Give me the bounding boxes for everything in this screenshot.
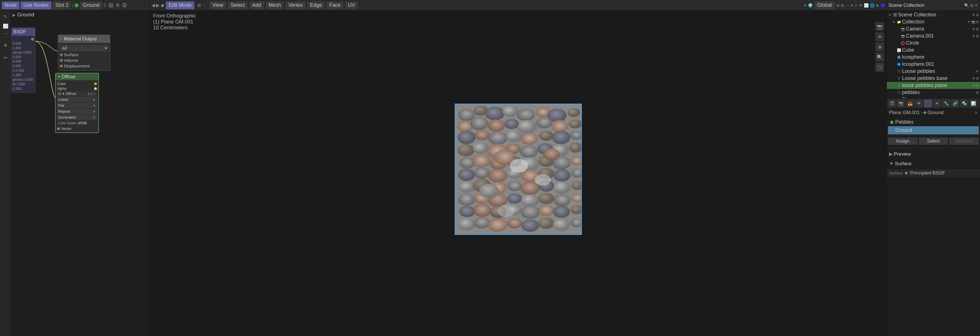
tree-item-icosphere[interactable]: 🔷 Icosphere [887, 54, 980, 61]
coll-eye[interactable]: 👁 [967, 20, 970, 24]
tree-item-loose-pebbles-plane[interactable]: ▽ loose pebbles plane 👁 ⊞ [887, 82, 980, 89]
uv-btn[interactable]: UV [345, 2, 358, 10]
add-btn[interactable]: Add [249, 2, 264, 10]
coll-filt[interactable]: ⊞ [976, 20, 979, 24]
tree-item-circle[interactable]: ⭕ Circle [887, 40, 980, 47]
mesh-btn[interactable]: Mesh [266, 2, 284, 10]
vs-cursor-icon[interactable]: ✛ [875, 32, 884, 41]
pebb-filt[interactable]: ⊞ [976, 90, 979, 95]
bsdf-node[interactable]: BSDF 0.000 1.400 ntropy 0.000 0.500 0.50… [11, 28, 35, 93]
toolbar-cut-icon[interactable]: ✂ [1, 53, 10, 62]
prop-tab-particles[interactable]: ✦ [933, 99, 941, 107]
material-item-pebbles[interactable]: Pebbles [888, 118, 979, 126]
tree-item-loose-pebbles-base[interactable]: ▽ Loose pebbles base 👁 ⊞ [887, 75, 980, 82]
flat-dropdown[interactable]: Flat ▼ [57, 103, 97, 108]
vs-zoom-icon[interactable]: 🔍 [875, 52, 884, 62]
flat-label: Flat [58, 103, 64, 108]
global-btn[interactable]: Global [815, 2, 835, 10]
tree-item-scene-collection[interactable]: ▼ 🎬 Scene Collection 👁 ⊞ [887, 11, 980, 18]
collection-tree: ▼ 🎬 Scene Collection 👁 ⊞ ▼ 📁 Collection [887, 11, 980, 98]
tree-item-collection[interactable]: ▼ 📁 Collection 👁 📷 ⊞ [887, 18, 980, 25]
prop-tab-scene[interactable]: 🎬 [888, 99, 896, 107]
svg-point-86 [498, 205, 515, 217]
preview-arrow: ▶ [889, 151, 892, 157]
tex-icon: 🖼 [58, 92, 61, 95]
vs-camera-icon[interactable]: 📷 [875, 22, 884, 31]
mo-all-select[interactable]: All [60, 45, 108, 51]
deselect-btn[interactable]: Deselect [949, 138, 979, 145]
scene-collection: ▼ 🎬 Scene Collection 👁 ⊞ ▼ 📁 Collection [887, 11, 980, 98]
prop-tab-physics[interactable]: 🔧 [942, 99, 950, 107]
tree-item-plane[interactable]: ▽ Plane [887, 96, 980, 98]
svg-point-69 [520, 206, 540, 219]
edit-mode-btn[interactable]: Edit Mode [166, 2, 194, 10]
prop-tab-constraints[interactable]: 🔗 [951, 99, 959, 107]
prop-tab-view[interactable]: 👁 [915, 99, 923, 107]
sc-camera[interactable]: ⊞ [976, 13, 979, 17]
use-nodes-btn[interactable]: Use Nodes [21, 2, 51, 10]
tree-item-camera[interactable]: 📷 Camera 👁 ⊞ [887, 25, 980, 32]
material-output-node[interactable]: ✓ Material Output All Surface [58, 35, 110, 71]
lpp-eye[interactable]: 👁 [972, 84, 975, 87]
vs-grid-icon[interactable]: ⬛ [875, 63, 884, 72]
tree-item-icosphere001[interactable]: 🔷 Icosphere.001 [887, 61, 980, 68]
svg-point-26 [473, 143, 488, 154]
tex-num: 2 [88, 92, 89, 95]
prop-tab-output[interactable]: 📤 [906, 99, 914, 107]
bsdf-label-th: th 1.000 [13, 82, 34, 86]
tree-item-pebbles[interactable]: ▽ pebbles ⊞ [887, 89, 980, 96]
bsdf-val2: 1.400 [13, 46, 34, 50]
face-btn[interactable]: Face [326, 2, 343, 10]
vertex-btn[interactable]: Vertex [285, 2, 305, 10]
tree-item-cube[interactable]: ⬜ Cube [887, 47, 980, 54]
preview-header[interactable]: ▶ Preview [889, 150, 978, 158]
lpp-icon: ▽ [897, 83, 901, 88]
lp-eye[interactable]: 👁 [975, 70, 979, 73]
assign-btn[interactable]: Assign [888, 138, 918, 145]
tree-item-loose-pebbles[interactable]: ▽ Loose pebbles 👁 [887, 68, 980, 75]
toolbar-box-icon[interactable]: ⬜ [1, 21, 10, 30]
diffuse-body: Color Alpha 🖼 ▼ Diffuse 2 ⊞ ✕ [56, 80, 98, 132]
material-item-ground[interactable]: Ground [888, 126, 979, 135]
lpb-eye[interactable]: 👁 [972, 76, 975, 81]
svg-point-53 [520, 182, 539, 195]
diffuse-node[interactable]: ▼ Diffuse Color Alpha [55, 73, 99, 133]
edge-btn[interactable]: Edge [307, 2, 325, 10]
prop-tab-data[interactable]: 📊 [969, 99, 977, 107]
separator1: | [72, 3, 73, 8]
slot-btn[interactable]: Slot 2 [52, 2, 71, 10]
lpb-filt[interactable]: ⊞ [976, 76, 979, 81]
circle-label: Circle [906, 40, 979, 46]
cam-cam2[interactable]: ⊞ [976, 27, 979, 31]
cam001-eye[interactable]: 👁 [972, 34, 975, 38]
right-header-icons: 🔍 ⊞ ✕ [964, 3, 978, 8]
prop-tab-material[interactable]: ⚫ [924, 99, 932, 107]
coll-cam[interactable]: 📷 [971, 20, 975, 24]
cam001-filt[interactable]: ⊞ [976, 34, 979, 38]
prop-tab-modifiers[interactable]: 🔩 [960, 99, 968, 107]
generated-dropdown[interactable]: Generated ▼ [57, 115, 97, 120]
linear-label: Linear [58, 97, 68, 101]
surface-header[interactable]: ▼ Surface [889, 160, 978, 168]
toolbar-lasso-icon[interactable]: ⌒ [1, 31, 10, 40]
linear-dropdown[interactable]: Linear ▼ [57, 97, 97, 102]
repeat-dropdown[interactable]: Repeat ▼ [57, 109, 97, 114]
svg-point-47 [554, 169, 571, 182]
volume-label: Volume [64, 58, 78, 63]
sc-eye[interactable]: 👁 [972, 13, 975, 17]
ico001-label: Icosphere.001 [902, 61, 979, 67]
select-mat-btn[interactable]: Select [919, 138, 948, 145]
prop-tab-render[interactable]: 📷 [897, 99, 905, 107]
select-btn[interactable]: Select [228, 2, 248, 10]
node-btn[interactable]: Node [2, 2, 19, 10]
toolbar-select-icon[interactable]: ↖ [1, 12, 10, 21]
toolbar-cursor-icon[interactable]: ✛ [1, 41, 10, 50]
ground-header-btn[interactable]: Ground [80, 2, 102, 10]
vs-move-icon[interactable]: ⊕ [875, 42, 884, 51]
cam-eye[interactable]: 👁 [972, 27, 975, 31]
tree-item-camera001[interactable]: 📷 Camera.001 👁 ⊞ [887, 32, 980, 40]
bsdf-label-entropy: ntropy 0.000 [13, 51, 34, 54]
lpp-filt[interactable]: ⊞ [976, 84, 979, 87]
svg-point-13 [518, 120, 537, 133]
view-btn[interactable]: View [209, 2, 226, 10]
